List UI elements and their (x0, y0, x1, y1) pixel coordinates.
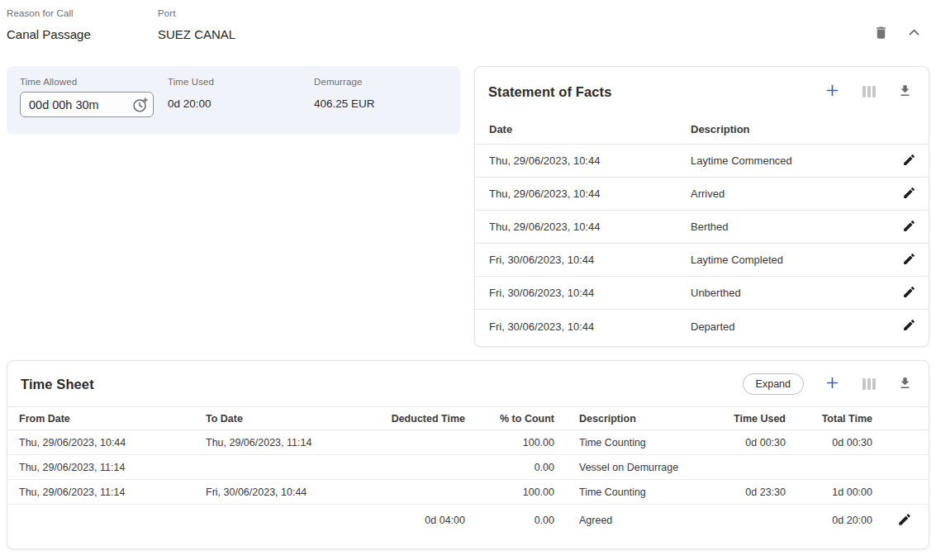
statement-of-facts-card: Statement of Facts (474, 66, 929, 347)
reason-for-call-label: Reason for Call (7, 8, 151, 18)
pencil-icon (897, 512, 912, 529)
sof-date: Fri, 30/06/2023, 10:44 (489, 320, 691, 333)
sof-card-header: Statement of Facts (475, 67, 929, 115)
expand-button[interactable]: Expand (743, 373, 804, 395)
time-used-label: Time Used (168, 77, 314, 87)
ts-total-row: 0d 04:00 0.00 Agreed 0d 20:00 (7, 505, 929, 536)
ts-col-pct-to-count: % to Count (465, 413, 554, 425)
port-call-detail-page: Reason for Call Canal Passage Port SUEZ … (0, 0, 936, 560)
sof-download-button[interactable] (896, 82, 914, 102)
time-used-value: 0d 20:00 (168, 97, 314, 110)
clock-plus-icon (131, 104, 150, 116)
sof-header-row: Date Description (475, 115, 929, 145)
sof-description: Berthed (691, 221, 889, 233)
ts-col-deducted-time: Deducted Time (369, 413, 465, 425)
ts-from-date: Thu, 29/06/2023, 11:14 (19, 486, 206, 498)
download-icon (898, 376, 912, 392)
sof-edit-button[interactable] (900, 283, 918, 303)
sof-date: Thu, 29/06/2023, 10:44 (489, 221, 691, 233)
time-sheet-card: Time Sheet Expand (7, 360, 929, 549)
pencil-icon (902, 219, 916, 235)
time-used-group: Time Used 0d 20:00 (168, 77, 314, 124)
sof-table: Date Description Thu, 29/06/2023, 10:44 … (475, 115, 929, 343)
demurrage-value: 406.25 EUR (314, 97, 375, 110)
ts-pct-to-count: 100.00 (465, 486, 554, 498)
sof-edit-button[interactable] (900, 250, 918, 270)
plus-icon (824, 83, 840, 101)
ts-description: Agreed (554, 515, 720, 526)
ts-edit-button[interactable] (896, 510, 914, 531)
reason-for-call-field: Reason for Call Canal Passage (7, 8, 151, 41)
port-value: SUEZ CANAL (158, 27, 235, 41)
sof-edit-button[interactable] (900, 217, 918, 237)
ts-total-time: 1d 00:00 (786, 486, 872, 498)
ts-col-from-date: From Date (19, 413, 206, 425)
time-allowed-label: Time Allowed (20, 77, 168, 87)
chevron-up-icon (907, 26, 921, 42)
ts-from-date: Thu, 29/06/2023, 10:44 (19, 437, 206, 448)
sof-columns-button[interactable] (861, 84, 877, 99)
sof-row: Fri, 30/06/2023, 10:44 Laytime Completed (475, 244, 929, 277)
sof-col-date: Date (489, 123, 691, 135)
ts-col-time-used: Time Used (720, 413, 786, 425)
sof-description: Laytime Commenced (691, 154, 889, 167)
sof-description: Laytime Completed (691, 254, 889, 266)
time-sheet-header: Time Sheet Expand (7, 361, 929, 406)
sof-actions (823, 81, 914, 102)
collapse-button[interactable] (905, 24, 923, 44)
ts-time-used: 0d 00:30 (720, 437, 786, 448)
sof-row: Fri, 30/06/2023, 10:44 Unberthed (475, 277, 929, 310)
sof-edit-button[interactable] (900, 184, 918, 204)
sof-col-description: Description (691, 123, 889, 135)
ts-add-button[interactable] (823, 373, 842, 395)
time-allowed-input-wrap (20, 92, 154, 117)
ts-to-date: Fri, 30/06/2023, 10:44 (206, 486, 369, 498)
sof-date: Thu, 29/06/2023, 10:44 (489, 187, 691, 200)
trash-icon (873, 25, 889, 43)
plus-icon (824, 375, 840, 393)
ts-deducted-time: 0d 04:00 (369, 515, 465, 526)
ts-download-button[interactable] (896, 374, 914, 394)
ts-description: Time Counting (554, 437, 720, 448)
columns-icon (862, 86, 876, 97)
time-allowed-group: Time Allowed (20, 77, 168, 124)
ts-col-description: Description (554, 413, 720, 425)
sof-row: Fri, 30/06/2023, 10:44 Departed (475, 310, 929, 343)
sof-edit-button[interactable] (900, 151, 918, 171)
delete-button[interactable] (872, 23, 891, 45)
sof-row: Thu, 29/06/2023, 10:44 Arrived (475, 178, 929, 211)
pencil-icon (902, 318, 916, 335)
ts-header-row: From Date To Date Deducted Time % to Cou… (7, 406, 929, 430)
ts-col-total-time: Total Time (786, 413, 872, 425)
time-allowed-picker-button[interactable] (131, 96, 150, 114)
sof-add-button[interactable] (823, 81, 842, 102)
sof-date: Fri, 30/06/2023, 10:44 (489, 287, 691, 299)
ts-pct-to-count: 0.00 (465, 462, 554, 473)
main-content-row: Time Allowed (7, 66, 929, 347)
laytime-summary-panel: Time Allowed (7, 66, 460, 135)
ts-description: Time Counting (554, 486, 720, 498)
ts-from-date: Thu, 29/06/2023, 11:14 (19, 462, 206, 473)
call-header-actions (872, 23, 923, 45)
port-label: Port (158, 8, 235, 18)
ts-description: Vessel on Demurrage (554, 462, 720, 473)
sof-edit-button[interactable] (900, 316, 918, 336)
pencil-icon (902, 252, 916, 268)
ts-col-to-date: To Date (206, 413, 369, 425)
sof-description: Unberthed (691, 287, 889, 299)
demurrage-group: Demurrage 406.25 EUR (314, 77, 375, 124)
demurrage-label: Demurrage (314, 77, 375, 87)
ts-columns-button[interactable] (861, 377, 877, 392)
ts-pct-to-count: 100.00 (465, 437, 554, 448)
time-sheet-table: From Date To Date Deducted Time % to Cou… (7, 406, 929, 536)
port-field: Port SUEZ CANAL (158, 8, 235, 41)
reason-for-call-value: Canal Passage (7, 27, 151, 41)
sof-description: Arrived (691, 187, 889, 200)
ts-row: Thu, 29/06/2023, 11:14 0.00 Vessel on De… (7, 455, 929, 480)
columns-icon (862, 378, 876, 390)
ts-total-time: 0d 20:00 (786, 515, 872, 526)
pencil-icon (902, 153, 916, 169)
time-sheet-title: Time Sheet (21, 377, 94, 392)
sof-row: Thu, 29/06/2023, 10:44 Laytime Commenced (475, 145, 929, 178)
sof-title: Statement of Facts (488, 84, 611, 100)
